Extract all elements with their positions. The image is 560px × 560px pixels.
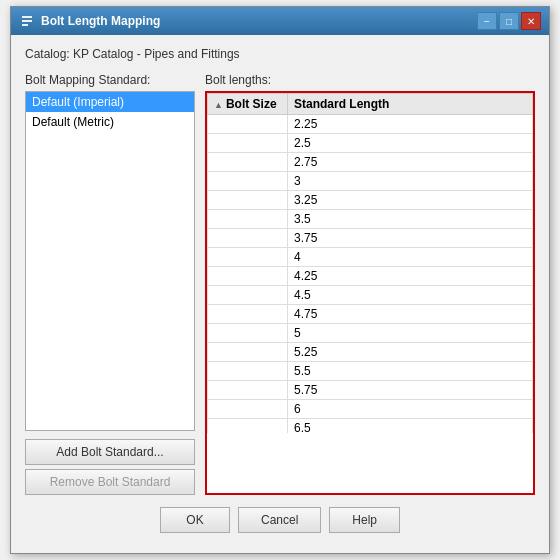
table-row[interactable]: 3 [208, 172, 533, 191]
bolt-lengths-table: ▲Bolt Size Standard Length 2.252.52.7533… [207, 93, 533, 433]
bolt-size-cell [208, 191, 288, 210]
minimize-button[interactable]: − [477, 12, 497, 30]
bolt-size-cell [208, 324, 288, 343]
standard-length-cell: 6.5 [288, 419, 533, 434]
col-header-standard-length[interactable]: Standard Length [288, 94, 533, 115]
main-window: Bolt Length Mapping − □ ✕ Catalog: KP Ca… [10, 6, 550, 554]
table-row[interactable]: 6 [208, 400, 533, 419]
table-row[interactable]: 4.75 [208, 305, 533, 324]
right-panel: Bolt lengths: ▲Bolt Size Standard Length [205, 73, 535, 495]
table-row[interactable]: 4.5 [208, 286, 533, 305]
add-bolt-standard-button[interactable]: Add Bolt Standard... [25, 439, 195, 465]
bolt-size-cell [208, 115, 288, 134]
standard-length-cell: 6 [288, 400, 533, 419]
bolt-size-cell [208, 267, 288, 286]
bolt-lengths-table-container: ▲Bolt Size Standard Length 2.252.52.7533… [205, 91, 535, 495]
standard-length-cell: 5.25 [288, 343, 533, 362]
table-row[interactable]: 5.5 [208, 362, 533, 381]
standard-length-cell: 3.75 [288, 229, 533, 248]
list-item-imperial[interactable]: Default (Imperial) [26, 92, 194, 112]
standard-length-cell: 3.25 [288, 191, 533, 210]
window-title: Bolt Length Mapping [41, 14, 160, 28]
standard-length-cell: 5.5 [288, 362, 533, 381]
standard-length-cell: 4.75 [288, 305, 533, 324]
standard-length-cell: 4.25 [288, 267, 533, 286]
standard-length-cell: 2.5 [288, 134, 533, 153]
remove-bolt-standard-button[interactable]: Remove Bolt Standard [25, 469, 195, 495]
table-row[interactable]: 6.5 [208, 419, 533, 434]
main-section: Bolt Mapping Standard: Default (Imperial… [25, 73, 535, 495]
table-row[interactable]: 5.75 [208, 381, 533, 400]
bolt-lengths-label: Bolt lengths: [205, 73, 535, 87]
left-buttons: Add Bolt Standard... Remove Bolt Standar… [25, 439, 195, 495]
table-row[interactable]: 5.25 [208, 343, 533, 362]
table-row[interactable]: 5 [208, 324, 533, 343]
bolt-size-cell [208, 172, 288, 191]
table-row[interactable]: 4.25 [208, 267, 533, 286]
table-row[interactable]: 2.5 [208, 134, 533, 153]
svg-rect-1 [22, 20, 32, 22]
restore-button[interactable]: □ [499, 12, 519, 30]
standard-length-cell: 4 [288, 248, 533, 267]
title-bar-left: Bolt Length Mapping [19, 13, 160, 29]
table-row[interactable]: 2.75 [208, 153, 533, 172]
bolt-size-cell [208, 305, 288, 324]
bolt-size-cell [208, 153, 288, 172]
table-row[interactable]: 4 [208, 248, 533, 267]
cancel-button[interactable]: Cancel [238, 507, 321, 533]
svg-rect-2 [22, 24, 28, 26]
col-header-bolt-size[interactable]: ▲Bolt Size [208, 94, 288, 115]
help-button[interactable]: Help [329, 507, 400, 533]
bolt-standard-list[interactable]: Default (Imperial) Default (Metric) [25, 91, 195, 431]
title-bar: Bolt Length Mapping − □ ✕ [11, 7, 549, 35]
footer-buttons: OK Cancel Help [25, 507, 535, 543]
table-row[interactable]: 3.75 [208, 229, 533, 248]
catalog-label: Catalog: KP Catalog - Pipes and Fittings [25, 47, 535, 61]
bolt-size-cell [208, 381, 288, 400]
standard-length-cell: 5.75 [288, 381, 533, 400]
standard-length-cell: 4.5 [288, 286, 533, 305]
bolt-size-cell [208, 134, 288, 153]
standard-length-cell: 2.75 [288, 153, 533, 172]
close-button[interactable]: ✕ [521, 12, 541, 30]
list-item-metric[interactable]: Default (Metric) [26, 112, 194, 132]
table-row[interactable]: 2.25 [208, 115, 533, 134]
bolt-size-cell [208, 362, 288, 381]
left-panel: Bolt Mapping Standard: Default (Imperial… [25, 73, 195, 495]
sort-arrow-icon: ▲ [214, 100, 223, 110]
bolt-size-cell [208, 400, 288, 419]
table-row[interactable]: 3.5 [208, 210, 533, 229]
bolt-size-cell [208, 229, 288, 248]
bolt-size-cell [208, 343, 288, 362]
bolt-table-body: 2.252.52.7533.253.53.7544.254.54.7555.25… [208, 115, 533, 434]
bolt-size-cell [208, 248, 288, 267]
standard-length-cell: 5 [288, 324, 533, 343]
svg-rect-0 [22, 16, 32, 18]
table-scroll-area[interactable]: ▲Bolt Size Standard Length 2.252.52.7533… [207, 93, 533, 433]
bolt-size-cell [208, 419, 288, 434]
bolt-mapping-label: Bolt Mapping Standard: [25, 73, 195, 87]
bolt-size-cell [208, 210, 288, 229]
standard-length-cell: 2.25 [288, 115, 533, 134]
standard-length-cell: 3.5 [288, 210, 533, 229]
window-icon [19, 13, 35, 29]
dialog-content: Catalog: KP Catalog - Pipes and Fittings… [11, 35, 549, 553]
table-row[interactable]: 3.25 [208, 191, 533, 210]
bolt-size-cell [208, 286, 288, 305]
ok-button[interactable]: OK [160, 507, 230, 533]
standard-length-cell: 3 [288, 172, 533, 191]
title-bar-controls: − □ ✕ [477, 12, 541, 30]
